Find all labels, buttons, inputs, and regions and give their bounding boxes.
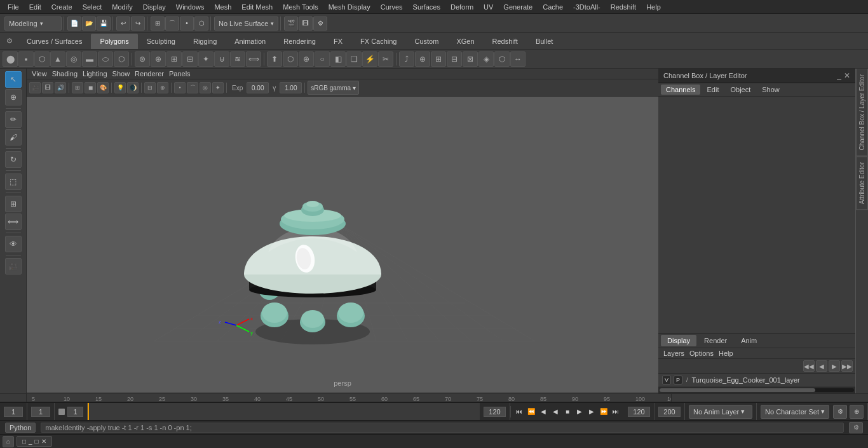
paint-tool-btn[interactable]: ✏	[5, 111, 22, 128]
stop-btn[interactable]: ■	[562, 406, 573, 417]
taskbar-restore-btn[interactable]: □	[35, 438, 39, 445]
new-file-btn[interactable]: 📄	[67, 17, 81, 31]
play-backwards-btn[interactable]: ◀	[550, 406, 561, 417]
tab-rigging[interactable]: Rigging	[184, 34, 226, 49]
layers-menu-item[interactable]: Layers	[663, 350, 684, 357]
wedge-icon-btn[interactable]: ◧	[330, 51, 346, 67]
viewport-menu-show[interactable]: Show	[112, 70, 130, 78]
tab-custom[interactable]: Custom	[406, 34, 448, 49]
timeline-slider[interactable]	[88, 403, 480, 420]
cylinder-icon-btn[interactable]: ⬡	[34, 51, 50, 67]
frame3-input[interactable]	[67, 407, 83, 417]
char-set-dropdown[interactable]: No Character Set ▾	[761, 405, 829, 419]
bevel-icon-btn[interactable]: ⬡	[494, 51, 510, 67]
menu-help[interactable]: Help	[641, 2, 666, 12]
cb-tab-show[interactable]: Show	[757, 85, 785, 95]
vp-audio-btn[interactable]: 🔊	[55, 82, 66, 93]
scroll-thumb[interactable]	[660, 388, 815, 392]
cone-icon-btn[interactable]: ▲	[50, 51, 65, 67]
separate-icon-btn[interactable]: ⊟	[182, 51, 198, 67]
current-frame-input[interactable]	[4, 407, 23, 417]
channel-box-layer-editor-tab[interactable]: Channel Box / Layer Editor	[856, 69, 868, 156]
vp-snap-grid-btn[interactable]: •	[174, 82, 186, 93]
offset-edge-icon-btn[interactable]: ⊠	[463, 51, 478, 67]
menu-mesh-tools[interactable]: Mesh Tools	[278, 2, 323, 12]
transform-tool-btn[interactable]: ⊕	[5, 89, 22, 105]
snap-tool-btn[interactable]: ⊞	[5, 196, 22, 212]
insert-loop-icon-btn[interactable]: ⊟	[447, 51, 462, 67]
redo-btn[interactable]: ↪	[131, 17, 145, 31]
tab-fx[interactable]: FX	[325, 34, 351, 49]
smooth-icon-btn[interactable]: ≋	[230, 51, 245, 67]
vp-texture-btn[interactable]: 🎨	[97, 82, 109, 93]
attribute-editor-tab[interactable]: Attribute Editor	[856, 156, 868, 210]
collapse-icon-btn[interactable]: ⤴	[399, 51, 414, 67]
taskbar-close-btn[interactable]: ✕	[41, 438, 46, 445]
vp-grid-btn[interactable]: ⊟	[144, 82, 156, 93]
anim-tab[interactable]: Anim	[735, 335, 763, 346]
menu-uv[interactable]: UV	[478, 2, 498, 12]
menu-deform[interactable]: Deform	[445, 2, 478, 12]
tab-xgen[interactable]: XGen	[447, 34, 483, 49]
render-seq-btn[interactable]: 🎞	[299, 17, 313, 31]
char-set-extra-btn[interactable]: ⊕	[850, 405, 864, 419]
cb-tab-edit[interactable]: Edit	[702, 85, 724, 95]
anim-end-input[interactable]	[628, 407, 650, 417]
menu-select[interactable]: Select	[78, 2, 107, 12]
menu-3dtoall[interactable]: -3DtoAll-	[568, 2, 606, 12]
split-icon-btn[interactable]: ⊞	[431, 51, 446, 67]
cube-icon-btn[interactable]: ▪	[18, 51, 34, 67]
snap-curve-btn[interactable]: ⌒	[165, 17, 179, 31]
taskbar-minimize-btn[interactable]: _	[29, 438, 32, 445]
menu-modify[interactable]: Modify	[107, 2, 137, 12]
subdiv2-icon-btn[interactable]: ⊕	[151, 51, 166, 67]
viewport-canvas[interactable]: x y z persp	[27, 97, 658, 392]
tab-fx-caching[interactable]: FX Caching	[351, 34, 405, 49]
menu-curves[interactable]: Curves	[376, 2, 408, 12]
anim-max-input[interactable]	[658, 407, 681, 417]
vp-camera-btn[interactable]: 🎥	[29, 82, 41, 93]
prev-frame-btn[interactable]: ⏪	[526, 406, 537, 417]
python-label[interactable]: Python	[5, 423, 36, 433]
menu-edit[interactable]: Edit	[24, 2, 46, 12]
fill-hole-icon-btn[interactable]: ○	[315, 51, 330, 67]
duplicate-icon-btn[interactable]: ❑	[346, 51, 362, 67]
tab-redshift[interactable]: Redshift	[484, 34, 527, 49]
torus-icon-btn[interactable]: ◎	[66, 51, 81, 67]
plane-icon-btn[interactable]: ▬	[82, 51, 97, 67]
viewport-menu-panels[interactable]: Panels	[169, 70, 191, 78]
render-tab[interactable]: Render	[698, 335, 733, 346]
undo-btn[interactable]: ↩	[116, 17, 130, 31]
python-settings-btn[interactable]: ⚙	[849, 422, 863, 433]
timeline-end-input[interactable]	[484, 407, 506, 417]
merge-icon-btn[interactable]: ⊕	[415, 51, 430, 67]
tab-animation[interactable]: Animation	[226, 34, 275, 49]
cb-tab-channels[interactable]: Channels	[661, 85, 700, 95]
go-to-end-btn[interactable]: ⏭	[610, 406, 621, 417]
cb-tab-object[interactable]: Object	[725, 85, 756, 95]
connect-icon-btn[interactable]: ⚡	[362, 51, 377, 67]
frame2-input[interactable]	[31, 407, 50, 417]
sphere-icon-btn[interactable]: ⬤	[3, 51, 18, 67]
menu-create[interactable]: Create	[46, 2, 78, 12]
viewport-menu-lighting[interactable]: Lighting	[83, 70, 107, 78]
bridge-icon-btn[interactable]: ⬡	[283, 51, 298, 67]
tab-rendering[interactable]: Rendering	[275, 34, 325, 49]
rect-select-btn[interactable]: ⬚	[5, 173, 22, 190]
play-btn[interactable]: ▶	[574, 406, 585, 417]
subdiv-icon-btn[interactable]: ⊛	[135, 51, 150, 67]
show-hide-btn[interactable]: 👁	[5, 236, 22, 252]
vp-snap-curve-btn[interactable]: ⌒	[187, 82, 198, 93]
anim-layer-dropdown[interactable]: No Anim Layer ▾	[689, 405, 752, 419]
layer-arrow-left2-btn[interactable]: ◀	[816, 360, 827, 372]
menu-generate[interactable]: Generate	[498, 2, 538, 12]
go-to-start-btn[interactable]: ⏮	[513, 406, 525, 417]
workspace-dropdown[interactable]: Modeling ▾	[4, 17, 62, 31]
channel-box-minimize-btn[interactable]: _	[837, 71, 841, 80]
viewport-menu-view[interactable]: View	[32, 70, 47, 78]
tab-bullet[interactable]: Bullet	[527, 34, 562, 49]
help-menu-item[interactable]: Help	[719, 350, 733, 357]
camera-btn[interactable]: 🎥	[5, 258, 22, 275]
menu-redshift[interactable]: Redshift	[606, 2, 641, 12]
menu-display[interactable]: Display	[138, 2, 171, 12]
